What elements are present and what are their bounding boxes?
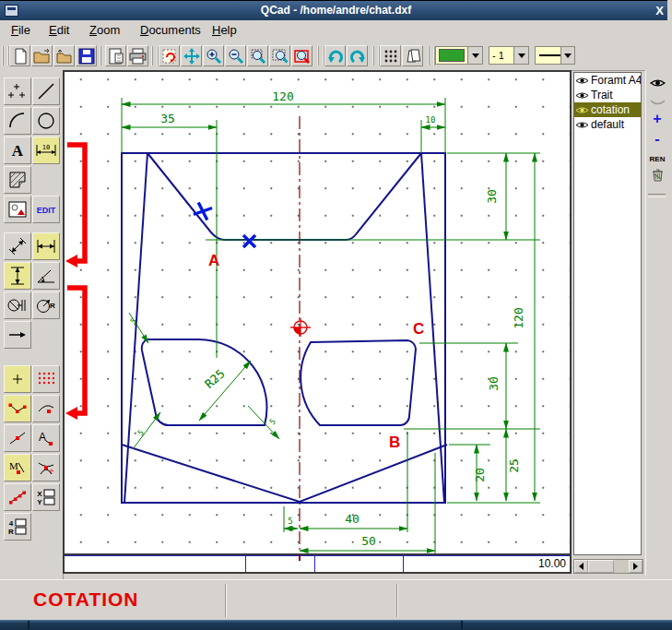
extension-lines [122,98,540,553]
scrollbar-thumb[interactable] [588,560,614,573]
dim-vertical-button[interactable] [4,262,31,290]
menu-edit[interactable]: Edit [49,23,69,37]
layer-row-trait[interactable]: Trait [574,88,641,102]
zoom-in-button[interactable] [203,45,224,66]
dimension-tool-button[interactable]: 10 [32,137,60,164]
layer-list-hscrollbar[interactable] [573,559,643,574]
print-button[interactable] [127,45,148,66]
dim-horizontal-button[interactable] [32,232,60,260]
menu-zoom[interactable]: Zoom [89,23,120,37]
layer-row-format[interactable]: Foramt A4 [574,73,641,88]
delete-layer-button[interactable] [646,168,668,185]
layer-actions-strip: + - REN [645,70,668,576]
redo-button[interactable] [347,45,368,66]
ruler-tick [403,555,404,572]
desktop-taskbar-edge [0,620,672,630]
add-layer-button[interactable]: + [646,111,668,127]
svg-text:4: 4 [9,519,14,528]
scroll-right-button[interactable] [629,560,643,573]
text-tool-button[interactable]: A [4,137,31,164]
edit-tool-button[interactable]: EDIT [32,196,60,223]
snap-middle-manual-button[interactable]: M [4,454,31,481]
dim-angular-button[interactable] [32,262,60,290]
zoom-in-icon [206,48,222,65]
snap-endpoint-button[interactable] [4,395,31,422]
toolbar-separator [317,46,324,65]
snap-middle-button[interactable] [4,424,31,452]
snap-distance-button[interactable] [4,483,31,511]
point-tool-button[interactable] [4,77,31,105]
redo-icon [349,49,366,64]
menu-documents[interactable]: Documents [140,23,201,37]
snap-grid-button[interactable] [32,365,60,393]
arrowhead-2 [65,407,77,420]
arc-tool-button[interactable] [4,107,31,135]
snap-relative-button[interactable]: 4R [4,513,31,541]
snap-entity-button[interactable] [32,395,60,422]
dim-eye-height: 30 [487,376,501,391]
layer-row-default[interactable]: default [574,117,641,132]
width-combo[interactable]: - 1 [489,46,529,65]
statusbar-divider [396,584,398,617]
window-title: QCad - /home/andre/chat.dxf [0,1,672,20]
snap-free-button[interactable] [4,365,31,393]
redraw-button[interactable] [159,45,180,66]
svg-text:R: R [50,302,55,310]
undo-button[interactable] [324,45,346,66]
print-preview-button[interactable] [105,45,126,66]
line-tool-button[interactable] [32,77,60,105]
layer-list: Foramt A4 Trait cotation default [573,72,642,555]
grid-toggle-button[interactable] [380,45,401,66]
dim-fillet-2: 5 [136,428,146,437]
remove-layer-button[interactable]: - [646,131,668,148]
dim-aligned-button[interactable] [4,232,31,260]
dim-aligned-icon [8,237,27,256]
open-file-button[interactable] [31,45,53,66]
snap-auto-icon: A [37,430,55,446]
arrowhead-1 [65,255,77,267]
color-combo[interactable] [435,46,483,65]
import-file-button[interactable] [53,45,75,66]
zoom-select-button[interactable] [269,45,290,66]
circle-tool-button[interactable] [32,107,60,135]
snap-distance-icon [8,489,27,505]
image-tool-button[interactable] [4,196,31,223]
menu-file[interactable]: File [11,23,30,37]
main-toolbar: - 1 [0,42,672,71]
ears-outline [147,153,421,240]
color-combo-arrow[interactable] [467,47,482,64]
eye-icon [575,76,589,86]
layer-visibility-button[interactable] [646,76,668,92]
dimension-tool-icon: 10 [35,141,57,160]
snap-intersection-button[interactable] [32,454,60,481]
dim-radius-button[interactable]: R [32,291,60,319]
hatch-tool-button[interactable] [4,166,31,194]
undo-icon [327,49,344,64]
layer-row-cotation[interactable]: cotation [574,102,641,117]
zoom-window-button[interactable] [247,45,268,66]
save-file-button[interactable] [76,45,97,66]
toolbar-handle[interactable] [2,46,9,65]
dim-forty: 40 [345,512,360,526]
scroll-left-button[interactable] [574,560,588,573]
linetype-combo[interactable] [535,46,575,65]
drawing-canvas[interactable]: 120 35 10 30 120 30 25 20 5 40 50 R25 5 … [63,70,572,555]
dim-diameter-button[interactable] [4,291,31,319]
zoom-auto-button[interactable] [291,45,312,66]
snap-auto-button[interactable]: A [32,424,60,452]
zoom-out-button[interactable] [225,45,246,66]
leader-arrow-icon [7,330,28,339]
point-tool-icon [7,82,28,101]
linetype-combo-arrow[interactable] [560,47,574,64]
rename-layer-button[interactable]: REN [646,155,668,163]
pan-button[interactable] [181,45,202,66]
snap-xy-button[interactable]: XY [32,483,60,511]
dim-leader-button[interactable] [4,321,31,349]
layer-list-button[interactable] [402,45,423,66]
menu-help[interactable]: Help [212,23,237,37]
new-file-button[interactable] [9,45,30,66]
width-combo-arrow[interactable] [513,47,528,64]
layer-name: Trait [591,89,613,101]
window-icon[interactable] [5,5,18,17]
close-button[interactable]: X [652,3,667,18]
